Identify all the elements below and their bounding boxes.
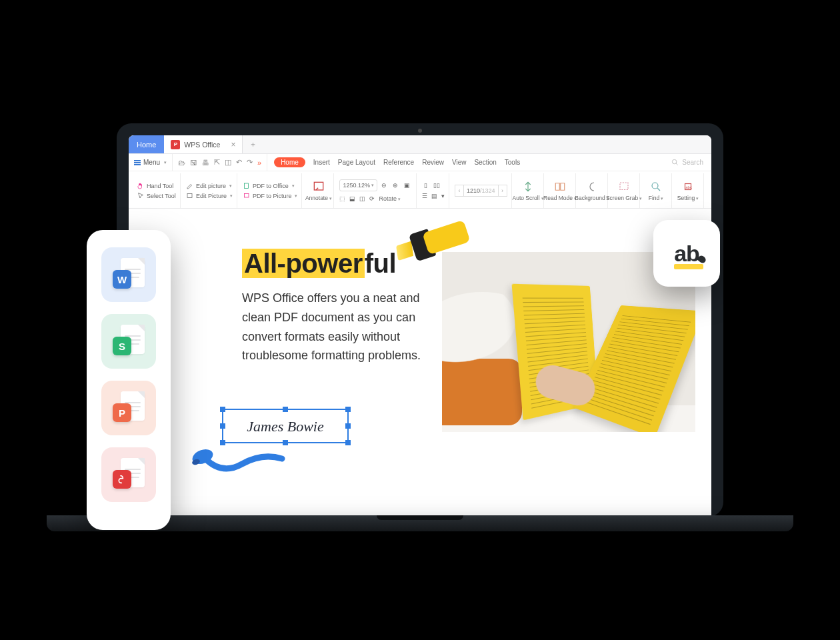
tab-ribbon-view[interactable]: View: [452, 159, 467, 166]
redo-icon[interactable]: ↷: [247, 158, 253, 167]
presentation-tile[interactable]: P: [101, 381, 156, 435]
svg-point-0: [673, 159, 677, 163]
ribbon-group-edit: Edit picture Edit Picture: [182, 173, 237, 208]
actual-size-icon[interactable]: ◫: [359, 195, 365, 202]
document-canvas[interactable]: All-powerful WPS Office offers you a nea…: [129, 209, 711, 517]
svg-line-1: [676, 163, 678, 165]
annotate-icon: [312, 180, 325, 193]
book-icon: [553, 180, 567, 193]
file-types-card: W S P: [87, 230, 171, 530]
search-icon: [671, 159, 679, 166]
writer-icon: W: [113, 270, 131, 289]
moon-icon: [585, 180, 599, 193]
hand-tool-button[interactable]: Hand Tool: [137, 182, 176, 190]
ribbon-group-nav: ‹ 1210/1324 ›: [451, 173, 512, 208]
svg-rect-3: [244, 183, 248, 189]
edit-picture2-button[interactable]: Edit Picture: [186, 192, 233, 200]
more-icon[interactable]: »: [257, 159, 261, 167]
app-screen: Home P WPS Office × ＋ Menu 🗁 🖫 🖶 ⇱ ◫ ↶ ↷: [129, 135, 711, 517]
laptop-frame: Home P WPS Office × ＋ Menu 🗁 🖫 🖶 ⇱ ◫ ↶ ↷: [117, 123, 723, 517]
new-tab-button[interactable]: ＋: [243, 140, 263, 149]
menu-button[interactable]: Menu: [129, 154, 173, 171]
cursor-icon: [137, 192, 145, 200]
screen-grab-icon: [617, 180, 631, 193]
tab-ribbon-home[interactable]: Home: [274, 157, 305, 167]
svg-text:abc: abc: [685, 185, 692, 189]
find-button[interactable]: Find: [641, 173, 672, 208]
preview-icon[interactable]: ◫: [225, 158, 231, 167]
auto-scroll-icon: [521, 180, 535, 193]
ribbon-group-zoom: 1250.12% ⊖ ⊕ ▣ ⬚ ⬓ ◫ ⟳ Rotate: [335, 173, 417, 208]
thumbnails-icon[interactable]: ▤: [431, 193, 437, 199]
tab-ribbon-tools[interactable]: Tools: [505, 159, 520, 166]
spreadsheet-tile[interactable]: S: [101, 314, 156, 369]
zoom-input[interactable]: 1250.12%: [339, 179, 377, 191]
writer-tile[interactable]: W: [101, 247, 156, 302]
setting-icon: abc: [681, 180, 695, 193]
setting-button[interactable]: abcSetting: [673, 173, 704, 208]
close-tab-icon[interactable]: ×: [231, 140, 235, 149]
search-placeholder: Search: [682, 159, 703, 166]
ribbon: Hand Tool Select Tool Edit picture Edit …: [129, 171, 711, 209]
select-tool-button[interactable]: Select Tool: [137, 192, 176, 200]
rotate-button[interactable]: Rotate: [379, 195, 401, 202]
edit-icon: [186, 182, 194, 190]
ribbon-group-page: ▯ ▯▯ ☰ ▤ ▾: [418, 173, 449, 208]
image-edit-icon: [186, 192, 194, 200]
highlight-tool-card[interactable]: ab: [653, 220, 720, 287]
document-tab[interactable]: P WPS Office ×: [164, 135, 243, 153]
pdf-to-office-button[interactable]: PDF to Office: [243, 182, 298, 190]
fit-width-icon[interactable]: ⬚: [339, 195, 345, 202]
reflow-icon[interactable]: ⟳: [369, 195, 375, 202]
background-button[interactable]: Background: [577, 173, 608, 208]
print-icon[interactable]: 🖶: [202, 159, 209, 167]
page-input[interactable]: 1210/1324: [464, 185, 498, 197]
pdf-picture-icon: [243, 192, 251, 200]
pdf-to-picture-button[interactable]: PDF to Picture: [243, 192, 298, 200]
open-icon[interactable]: 🗁: [178, 159, 185, 167]
titlebar: Home P WPS Office × ＋: [129, 135, 711, 154]
undo-icon[interactable]: ↶: [236, 158, 242, 167]
page-navigator: ‹ 1210/1324 ›: [455, 185, 507, 197]
auto-scroll-button[interactable]: Auto Scroll: [513, 173, 544, 208]
pdf-tile[interactable]: [101, 447, 156, 502]
annotate-button[interactable]: Annotate: [303, 173, 334, 208]
tab-ribbon-reference[interactable]: Reference: [383, 159, 414, 166]
ribbon-tabs: Home Insert Page Layout Reference Review…: [267, 157, 527, 167]
find-icon: [649, 180, 663, 193]
tab-home[interactable]: Home: [129, 135, 164, 153]
tab-ribbon-review[interactable]: Review: [422, 159, 444, 166]
single-page-icon[interactable]: ▯: [422, 182, 429, 189]
svg-line-8: [657, 188, 660, 191]
fit-height-icon[interactable]: ⬓: [349, 195, 355, 202]
fit-page-icon[interactable]: ▣: [402, 182, 412, 189]
ribbon-group-tools: Hand Tool Select Tool: [133, 173, 181, 208]
tab-ribbon-section[interactable]: Section: [474, 159, 496, 166]
svg-point-7: [652, 183, 658, 189]
two-page-icon[interactable]: ▯▯: [431, 182, 442, 189]
document-tab-label: WPS Office: [184, 141, 220, 149]
svg-rect-2: [187, 193, 192, 197]
screen-grab-button[interactable]: Screen Grab: [609, 173, 640, 208]
tab-ribbon-page-layout[interactable]: Page Layout: [338, 159, 375, 166]
spreadsheet-icon: S: [113, 337, 131, 355]
layout-more-icon[interactable]: ▾: [441, 193, 445, 199]
read-mode-button[interactable]: Read Mode: [545, 173, 576, 208]
next-page-button[interactable]: ›: [498, 185, 507, 197]
zoom-in-icon[interactable]: ⊕: [391, 182, 400, 189]
search-box[interactable]: Search: [663, 159, 711, 166]
tab-ribbon-insert[interactable]: Insert: [313, 159, 330, 166]
continuous-icon[interactable]: ☰: [422, 193, 427, 199]
hand-icon: [137, 182, 145, 190]
prev-page-button[interactable]: ‹: [455, 185, 464, 197]
svg-rect-6: [620, 183, 628, 190]
pdf-icon: P: [171, 140, 180, 149]
zoom-out-icon[interactable]: ⊖: [379, 182, 389, 189]
heading-highlighted: All-power: [242, 249, 365, 278]
pdf-office-icon: [243, 182, 251, 190]
note-button[interactable]: Note: [705, 173, 711, 208]
export-icon[interactable]: ⇱: [214, 158, 220, 167]
save-icon[interactable]: 🖫: [190, 159, 197, 167]
ribbon-group-convert: PDF to Office PDF to Picture: [239, 173, 303, 208]
edit-picture-button[interactable]: Edit picture: [186, 182, 233, 190]
